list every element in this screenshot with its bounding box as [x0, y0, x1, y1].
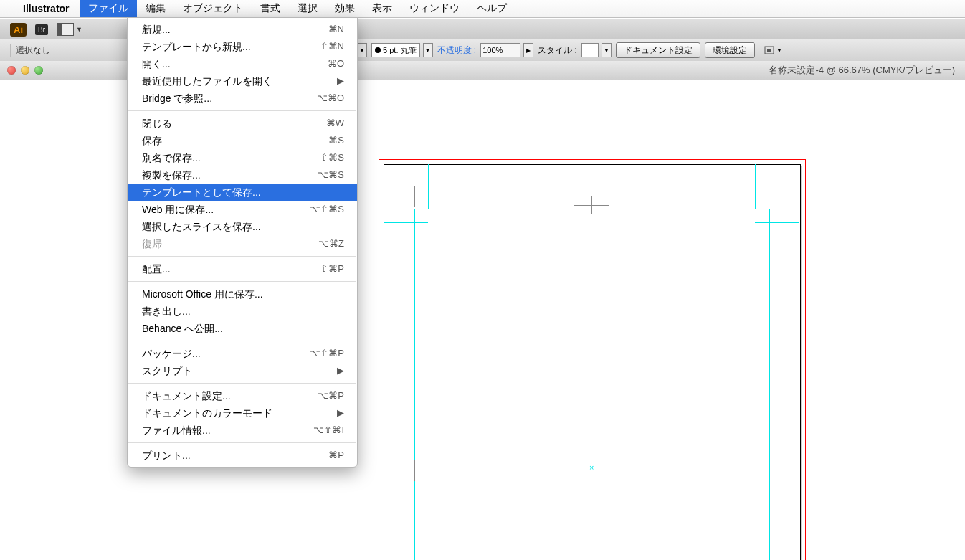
menu-view[interactable]: 表示: [363, 0, 401, 17]
app-name[interactable]: Illustrator: [16, 1, 77, 16]
arrange-documents-icon[interactable]: ▼: [57, 23, 82, 36]
menu-edit[interactable]: 編集: [137, 0, 174, 17]
menu-item-label: テンプレートから新規...: [142, 39, 251, 41]
file-menu-dropdown: 新規...⌘Nテンプレートから新規...⇧⌘N開く...⌘O最近使用したファイル…: [127, 17, 358, 41]
menu-window[interactable]: ウィンドウ: [401, 0, 468, 17]
menu-item-label: 新規...: [142, 22, 171, 37]
menu-file[interactable]: ファイル: [80, 0, 137, 17]
menu-item[interactable]: 新規...⌘N: [128, 21, 357, 38]
menu-item-shortcut: ⌘N: [328, 22, 344, 37]
menu-select[interactable]: 選択: [289, 0, 326, 17]
system-menubar: Illustrator ファイル 編集 オブジェクト 書式 選択 効果 表示 ウ…: [0, 0, 965, 18]
menu-type[interactable]: 書式: [252, 0, 289, 17]
menu-help[interactable]: ヘルプ: [468, 0, 515, 17]
menu-item[interactable]: テンプレートから新規...⇧⌘N: [128, 38, 357, 41]
bridge-icon[interactable]: Br: [35, 24, 48, 35]
ai-logo-icon: Ai: [10, 23, 27, 37]
menu-object[interactable]: オブジェクト: [174, 0, 252, 17]
menu-effect[interactable]: 効果: [326, 0, 363, 17]
menu-item-shortcut: ⇧⌘N: [320, 39, 344, 41]
